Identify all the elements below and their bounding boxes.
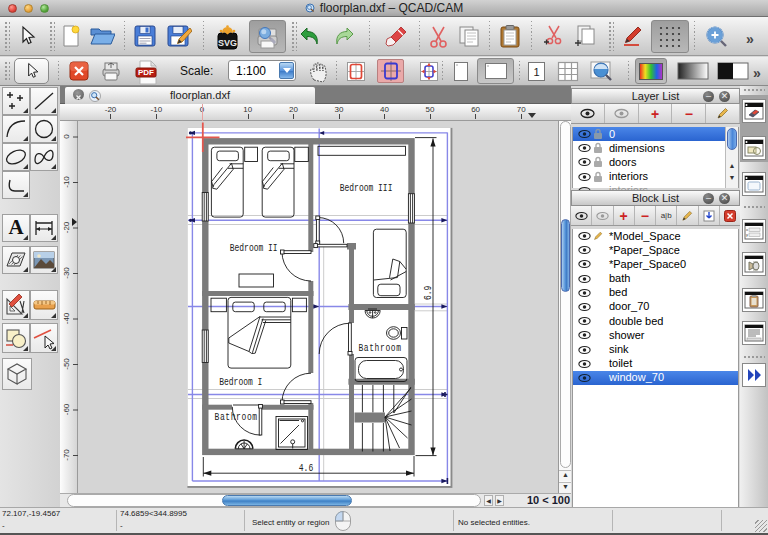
svg-text:Bathroom: Bathroom — [358, 342, 401, 354]
svg-text:-70: -70 — [62, 449, 71, 461]
svg-text:-40: -40 — [62, 312, 71, 324]
svg-text:Bedroom III: Bedroom III — [340, 182, 393, 194]
svg-text:30: 30 — [335, 105, 344, 114]
svg-text:Bedroom I: Bedroom I — [219, 376, 262, 388]
svg-text:4.6: 4.6 — [299, 462, 313, 474]
svg-text:-10: -10 — [151, 105, 163, 114]
svg-text:y: y — [746, 232, 748, 237]
svg-text:-20: -20 — [62, 221, 71, 233]
svg-text:-10: -10 — [62, 176, 71, 188]
svg-text:70: 70 — [517, 105, 526, 114]
svg-text:-30: -30 — [62, 267, 71, 279]
svg-text:-60: -60 — [62, 403, 71, 415]
svg-text:60: 60 — [471, 105, 480, 114]
svg-text:Bedroom II: Bedroom II — [230, 242, 278, 254]
svg-text:0: 0 — [62, 134, 71, 139]
svg-text:-20: -20 — [105, 105, 117, 114]
svg-text:50: 50 — [426, 105, 435, 114]
svg-text:PDF: PDF — [138, 68, 154, 77]
svg-text:10: 10 — [243, 105, 252, 114]
svg-text:20: 20 — [289, 105, 298, 114]
svg-text:1: 1 — [533, 66, 539, 78]
svg-text:SVG: SVG — [218, 38, 237, 48]
svg-text:6.9: 6.9 — [422, 286, 434, 300]
svg-text:-50: -50 — [62, 358, 71, 370]
svg-text:40: 40 — [380, 105, 389, 114]
svg-text:Bathroom: Bathroom — [215, 411, 258, 423]
